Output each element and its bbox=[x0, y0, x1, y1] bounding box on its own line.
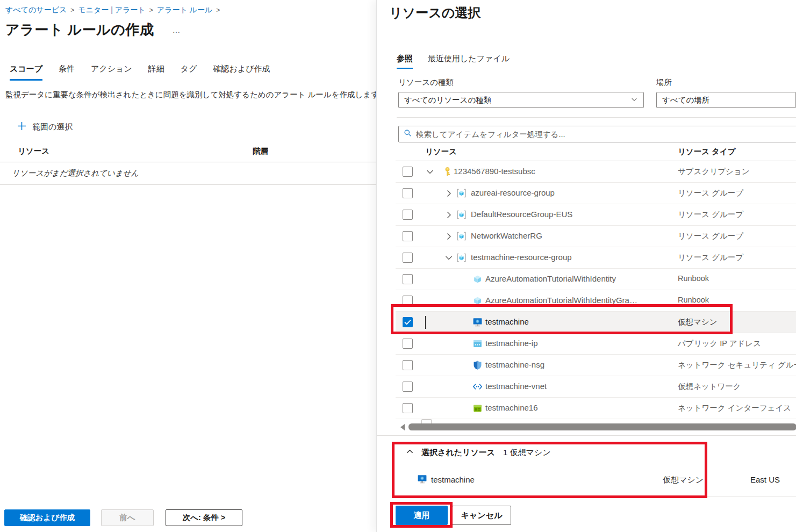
chevron-right-icon[interactable] bbox=[444, 210, 454, 220]
row-checkbox[interactable] bbox=[403, 360, 413, 370]
resource-type: パブリック IP アドレス bbox=[678, 339, 761, 349]
divider bbox=[397, 117, 796, 118]
scope-col-resource: リソース bbox=[18, 146, 253, 156]
resource-group-icon bbox=[456, 253, 467, 263]
tab-スコープ[interactable]: スコープ bbox=[10, 64, 42, 81]
create-alert-rule-page: すべてのサービス>モニター | アラート>アラート ルール> アラート ルールの… bbox=[0, 0, 376, 532]
resource-type: リソース グループ bbox=[678, 188, 743, 198]
more-options-button[interactable]: … bbox=[172, 25, 181, 34]
vnet-icon bbox=[472, 382, 483, 392]
resource-row[interactable]: testmachine-nsgネットワーク セキュリティ グループ bbox=[396, 355, 796, 376]
apply-button[interactable]: 適用 bbox=[396, 506, 448, 525]
resource-name: azureai-resource-group bbox=[471, 188, 555, 197]
breadcrumb-separator: > bbox=[70, 6, 74, 14]
select-scope-button[interactable]: 範囲の選択 bbox=[17, 121, 73, 132]
selected-resources-header[interactable]: 選択されたリソース 1 仮想マシン bbox=[405, 447, 551, 458]
scrollbar-thumb[interactable] bbox=[408, 423, 796, 430]
cancel-button[interactable]: キャンセル bbox=[452, 506, 511, 525]
breadcrumb-item[interactable]: アラート ルール bbox=[157, 5, 213, 14]
row-checkbox[interactable] bbox=[403, 296, 413, 306]
resource-table: リソース リソース タイプ 1234567890-testsubscサブスクリプ… bbox=[396, 142, 796, 419]
tab-タグ[interactable]: タグ bbox=[181, 64, 197, 81]
next-condition-button[interactable]: 次へ: 条件 > bbox=[166, 509, 242, 526]
row-checkbox[interactable] bbox=[403, 253, 413, 263]
row-checkbox[interactable] bbox=[403, 167, 413, 177]
select-resource-panel: リソースの選択 参照最近使用したファイル リソースの種類 すべてのリソースの種類… bbox=[376, 0, 796, 532]
previous-button[interactable]: 前へ bbox=[101, 509, 154, 526]
resource-name: DefaultResourceGroup-EUS bbox=[471, 210, 572, 219]
vm-icon bbox=[417, 474, 427, 484]
resource-name: testmachine bbox=[485, 317, 529, 326]
resource-row[interactable]: testmachine仮想マシン bbox=[396, 312, 796, 333]
resource-row[interactable]: 1234567890-testsubscサブスクリプション bbox=[396, 161, 796, 183]
row-checkbox[interactable] bbox=[403, 210, 413, 220]
scope-table: リソース 階層 リソースがまだ選択されていません bbox=[0, 146, 376, 185]
runbook-icon bbox=[472, 274, 483, 284]
row-checkbox[interactable] bbox=[403, 274, 413, 284]
search-box bbox=[398, 126, 796, 142]
tab-条件[interactable]: 条件 bbox=[59, 64, 75, 81]
selected-resources-count: 1 仮想マシン bbox=[503, 448, 551, 458]
search-icon bbox=[404, 129, 412, 139]
resource-type: Runbook bbox=[678, 274, 709, 283]
resource-row[interactable]: DefaultResourceGroup-EUSリソース グループ bbox=[396, 204, 796, 226]
selected-resource-location: East US bbox=[750, 475, 780, 484]
resource-name: testmachine-ip bbox=[485, 339, 538, 348]
resource-type: サブスクリプション bbox=[678, 167, 750, 177]
row-checkbox[interactable] bbox=[403, 188, 413, 198]
panel-title: リソースの選択 bbox=[389, 4, 796, 21]
key-icon bbox=[442, 167, 453, 177]
horizontal-scrollbar[interactable] bbox=[396, 423, 796, 431]
location-label: 場所 bbox=[656, 77, 796, 88]
resource-row[interactable]: AzureAutomationTutorialWithIdentityRunbo… bbox=[396, 269, 796, 290]
panel-tab-参照[interactable]: 参照 bbox=[397, 54, 413, 69]
page-title: アラート ルールの作成 bbox=[5, 20, 154, 39]
chevron-up-icon[interactable] bbox=[405, 447, 414, 458]
panel-tab-最近使用したファイル[interactable]: 最近使用したファイル bbox=[428, 54, 510, 69]
breadcrumb-separator: > bbox=[149, 6, 153, 14]
divider bbox=[404, 497, 796, 497]
row-checkbox[interactable] bbox=[403, 231, 413, 241]
review-create-button[interactable]: 確認および作成 bbox=[4, 509, 90, 526]
row-checkbox[interactable] bbox=[403, 403, 413, 413]
resource-row[interactable]: testmachine-resource-groupリソース グループ bbox=[396, 247, 796, 269]
resource-row[interactable]: testmachine-vnet仮想ネットワーク bbox=[396, 376, 796, 398]
row-checkbox[interactable] bbox=[403, 382, 413, 392]
selected-resource-type: 仮想マシン bbox=[655, 475, 704, 485]
resource-rows: 1234567890-testsubscサブスクリプションazureai-res… bbox=[396, 161, 796, 419]
resource-name: testmachine16 bbox=[485, 403, 538, 412]
col-resource: リソース bbox=[425, 147, 457, 157]
tab-詳細[interactable]: 詳細 bbox=[148, 64, 164, 81]
chevron-right-icon[interactable] bbox=[444, 189, 454, 198]
tab-アクション[interactable]: アクション bbox=[91, 64, 132, 81]
resource-row[interactable]: testmachine-ipパブリック IP アドレス bbox=[396, 333, 796, 355]
scope-col-hierarchy: 階層 bbox=[253, 146, 268, 156]
vm-icon bbox=[472, 317, 483, 327]
chevron-right-icon[interactable] bbox=[444, 232, 454, 241]
tab-確認および作成[interactable]: 確認および作成 bbox=[213, 64, 270, 81]
row-checkbox[interactable] bbox=[403, 317, 413, 327]
resource-type: 仮想マシン bbox=[678, 317, 718, 327]
resource-row[interactable]: azureai-resource-groupリソース グループ bbox=[396, 183, 796, 204]
chevron-down-icon bbox=[630, 96, 638, 105]
resource-name: testmachine-resource-group bbox=[471, 253, 572, 262]
resource-name: 1234567890-testsubsc bbox=[454, 167, 535, 176]
selected-resources-label: 選択されたリソース bbox=[421, 448, 495, 458]
resource-type: ネットワーク セキュリティ グループ bbox=[678, 360, 796, 370]
chevron-down-icon[interactable] bbox=[425, 167, 435, 177]
nic-icon bbox=[472, 403, 483, 413]
resource-row[interactable]: testmachine16ネットワーク インターフェイス bbox=[396, 398, 796, 419]
breadcrumb-item[interactable]: すべてのサービス bbox=[5, 5, 67, 14]
resource-row[interactable]: AzureAutomationTutorialWithIdentityGra…R… bbox=[396, 290, 796, 312]
row-checkbox[interactable] bbox=[403, 339, 413, 349]
selected-resource-row[interactable]: testmachine仮想マシンEast US bbox=[377, 471, 796, 492]
resource-row[interactable]: NetworkWatcherRGリソース グループ bbox=[396, 226, 796, 247]
resource-type-dropdown[interactable]: すべてのリソースの種類 bbox=[398, 92, 644, 108]
search-input[interactable] bbox=[416, 126, 796, 142]
chevron-down-icon[interactable] bbox=[444, 253, 454, 263]
panel-tabs: 参照最近使用したファイル bbox=[397, 54, 796, 69]
location-dropdown[interactable]: すべての場所 bbox=[656, 92, 796, 108]
scroll-left-arrow[interactable] bbox=[400, 424, 405, 430]
breadcrumb-item[interactable]: モニター | アラート bbox=[78, 5, 145, 14]
breadcrumb: すべてのサービス>モニター | アラート>アラート ルール> bbox=[0, 0, 376, 15]
